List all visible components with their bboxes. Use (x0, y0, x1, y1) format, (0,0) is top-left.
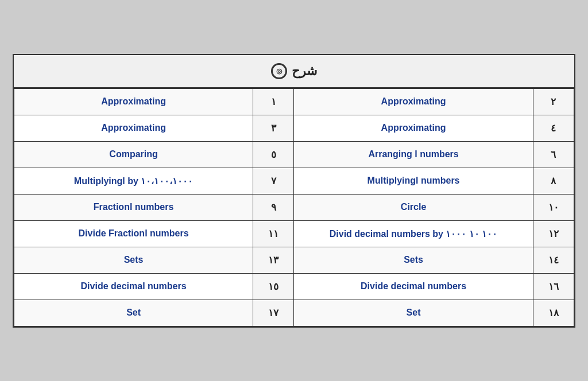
right-number-cell: ٥ (253, 141, 294, 168)
right-label-cell: Divide Fractionl numbers (14, 220, 253, 247)
left-label-cell: Approximating (294, 115, 533, 141)
right-label-cell: Comparing (14, 141, 253, 168)
right-label-cell: Approximating (14, 115, 253, 141)
left-number-cell: ٦ (533, 141, 574, 168)
left-label-cell: Divid decimal numbers by ١٠٠ ١٠ ١٠٠٠ (294, 220, 533, 247)
right-label-cell: Fractionl numbers (14, 194, 253, 220)
table-row: Set١٧Set١٨ (14, 300, 574, 326)
right-number-cell: ١ (253, 88, 294, 115)
header-icon: ◎ (271, 63, 287, 79)
left-number-cell: ٤ (533, 115, 574, 141)
left-label-cell: Arranging l numbers (294, 141, 533, 168)
right-number-cell: ٣ (253, 115, 294, 141)
right-number-cell: ٧ (253, 168, 294, 194)
left-number-cell: ١٢ (533, 220, 574, 247)
right-number-cell: ١٣ (253, 247, 294, 273)
table-row: Fractionl numbers٩Circle١٠ (14, 194, 574, 220)
left-label-cell: Multiplyingl numbers (294, 168, 533, 194)
left-number-cell: ١٠ (533, 194, 574, 220)
left-label-cell: Set (294, 300, 533, 326)
table-row: Sets١٣Sets١٤ (14, 247, 574, 273)
content-table: Approximating١Approximating٢Approximatin… (14, 88, 574, 326)
left-number-cell: ١٤ (533, 247, 574, 273)
main-container: شرح ◎ Approximating١Approximating٢Approx… (13, 54, 575, 328)
right-label-cell: Multiplyingl by ١٠،١٠٠،١٠٠٠ (14, 168, 253, 194)
right-number-cell: ٩ (253, 194, 294, 220)
right-number-cell: ١٥ (253, 273, 294, 300)
table-row: Multiplyingl by ١٠،١٠٠،١٠٠٠٧Multiplyingl… (14, 168, 574, 194)
right-number-cell: ١٧ (253, 300, 294, 326)
right-number-cell: ١١ (253, 220, 294, 247)
left-number-cell: ١٦ (533, 273, 574, 300)
table-wrapper: Approximating١Approximating٢Approximatin… (14, 88, 574, 326)
left-number-cell: ٨ (533, 168, 574, 194)
left-number-cell: ٢ (533, 88, 574, 115)
table-row: Divide decimal numbers١٥Divide decimal n… (14, 273, 574, 300)
left-number-cell: ١٨ (533, 300, 574, 326)
table-row: Divide Fractionl numbers١١Divid decimal … (14, 220, 574, 247)
left-label-cell: Circle (294, 194, 533, 220)
right-label-cell: Sets (14, 247, 253, 273)
left-label-cell: Sets (294, 247, 533, 273)
table-row: Comparing٥Arranging l numbers٦ (14, 141, 574, 168)
page-header: شرح ◎ (14, 55, 574, 88)
right-label-cell: Set (14, 300, 253, 326)
left-label-cell: Approximating (294, 88, 533, 115)
right-label-cell: Approximating (14, 88, 253, 115)
header-title: شرح (292, 64, 317, 79)
left-label-cell: Divide decimal numbers (294, 273, 533, 300)
table-row: Approximating٣Approximating٤ (14, 115, 574, 141)
table-row: Approximating١Approximating٢ (14, 88, 574, 115)
right-label-cell: Divide decimal numbers (14, 273, 253, 300)
